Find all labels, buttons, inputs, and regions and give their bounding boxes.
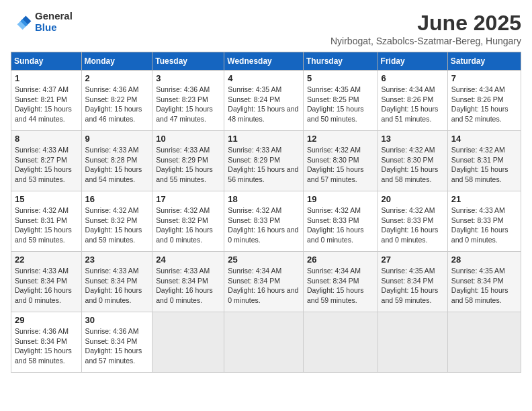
day-info: Sunrise: 4:32 AMSunset: 8:32 PMDaylight:… [85, 205, 149, 245]
calendar-cell: 11 Sunrise: 4:33 AMSunset: 8:29 PMDaylig… [224, 131, 304, 191]
calendar-cell: 25 Sunrise: 4:34 AMSunset: 8:34 PMDaylig… [224, 252, 304, 312]
day-info: Sunrise: 4:35 AMSunset: 8:24 PMDaylight:… [228, 85, 300, 124]
col-header-tuesday: Tuesday [152, 52, 224, 71]
day-number: 20 [382, 194, 444, 204]
day-number: 12 [307, 134, 374, 144]
day-number: 24 [156, 255, 220, 265]
day-number: 19 [307, 194, 374, 204]
day-number: 14 [451, 134, 517, 144]
day-info: Sunrise: 4:32 AMSunset: 8:31 PMDaylight:… [15, 205, 78, 245]
calendar-cell: 18 Sunrise: 4:32 AMSunset: 8:33 PMDaylig… [224, 191, 304, 252]
col-header-friday: Friday [378, 52, 447, 71]
col-header-thursday: Thursday [303, 52, 378, 71]
col-header-monday: Monday [81, 52, 152, 71]
col-header-sunday: Sunday [11, 52, 82, 71]
day-number: 30 [85, 315, 149, 325]
day-info: Sunrise: 4:36 AMSunset: 8:34 PMDaylight:… [85, 326, 149, 366]
calendar-cell: 10 Sunrise: 4:33 AMSunset: 8:29 PMDaylig… [152, 131, 224, 191]
day-number: 3 [156, 73, 220, 83]
calendar-cell: 19 Sunrise: 4:32 AMSunset: 8:33 PMDaylig… [303, 191, 378, 252]
day-info: Sunrise: 4:34 AMSunset: 8:34 PMDaylight:… [307, 266, 374, 306]
day-info: Sunrise: 4:32 AMSunset: 8:33 PMDaylight:… [228, 205, 300, 245]
day-info: Sunrise: 4:33 AMSunset: 8:34 PMDaylight:… [15, 266, 78, 306]
day-info: Sunrise: 4:33 AMSunset: 8:27 PMDaylight:… [15, 145, 78, 185]
day-info: Sunrise: 4:33 AMSunset: 8:34 PMDaylight:… [85, 266, 149, 306]
calendar-cell: 20 Sunrise: 4:32 AMSunset: 8:33 PMDaylig… [378, 191, 447, 252]
calendar-cell: 27 Sunrise: 4:35 AMSunset: 8:34 PMDaylig… [378, 252, 447, 312]
day-number: 6 [382, 73, 444, 83]
calendar-cell: 30 Sunrise: 4:36 AMSunset: 8:34 PMDaylig… [81, 312, 152, 373]
calendar-cell [378, 312, 447, 373]
main-title: June 2025 [330, 11, 521, 36]
calendar-cell: 14 Sunrise: 4:32 AMSunset: 8:31 PMDaylig… [447, 131, 521, 191]
day-info: Sunrise: 4:33 AMSunset: 8:28 PMDaylight:… [85, 145, 149, 185]
calendar-cell: 2 Sunrise: 4:36 AMSunset: 8:22 PMDayligh… [81, 71, 152, 131]
calendar-cell [152, 312, 224, 373]
calendar-cell: 13 Sunrise: 4:32 AMSunset: 8:30 PMDaylig… [378, 131, 447, 191]
day-number: 17 [156, 194, 220, 204]
week-row-5: 29 Sunrise: 4:36 AMSunset: 8:34 PMDaylig… [11, 312, 521, 373]
logo-blue: Blue [35, 22, 73, 34]
day-number: 22 [15, 255, 78, 265]
calendar-cell: 23 Sunrise: 4:33 AMSunset: 8:34 PMDaylig… [81, 252, 152, 312]
day-info: Sunrise: 4:33 AMSunset: 8:29 PMDaylight:… [228, 145, 300, 185]
calendar-cell: 3 Sunrise: 4:36 AMSunset: 8:23 PMDayligh… [152, 71, 224, 131]
day-info: Sunrise: 4:33 AMSunset: 8:33 PMDaylight:… [451, 205, 517, 245]
week-row-4: 22 Sunrise: 4:33 AMSunset: 8:34 PMDaylig… [11, 252, 521, 312]
day-number: 10 [156, 134, 220, 144]
day-number: 29 [15, 315, 78, 325]
calendar-cell [224, 312, 304, 373]
logo-text: General Blue [35, 11, 73, 33]
col-header-wednesday: Wednesday [224, 52, 304, 71]
calendar-cell: 1 Sunrise: 4:37 AMSunset: 8:21 PMDayligh… [11, 71, 82, 131]
week-row-3: 15 Sunrise: 4:32 AMSunset: 8:31 PMDaylig… [11, 191, 521, 252]
day-number: 4 [228, 73, 300, 83]
day-info: Sunrise: 4:34 AMSunset: 8:26 PMDaylight:… [451, 85, 517, 124]
day-info: Sunrise: 4:32 AMSunset: 8:30 PMDaylight:… [382, 145, 444, 185]
calendar-cell: 12 Sunrise: 4:32 AMSunset: 8:30 PMDaylig… [303, 131, 378, 191]
calendar-cell: 15 Sunrise: 4:32 AMSunset: 8:31 PMDaylig… [11, 191, 82, 252]
calendar-cell: 9 Sunrise: 4:33 AMSunset: 8:28 PMDayligh… [81, 131, 152, 191]
calendar-cell: 22 Sunrise: 4:33 AMSunset: 8:34 PMDaylig… [11, 252, 82, 312]
day-info: Sunrise: 4:32 AMSunset: 8:33 PMDaylight:… [307, 205, 374, 245]
logo-general: General [35, 11, 73, 22]
day-number: 28 [451, 255, 517, 265]
day-info: Sunrise: 4:32 AMSunset: 8:30 PMDaylight:… [307, 145, 374, 185]
day-number: 5 [307, 73, 374, 83]
day-number: 1 [15, 73, 78, 83]
calendar-cell: 4 Sunrise: 4:35 AMSunset: 8:24 PMDayligh… [224, 71, 304, 131]
day-number: 9 [85, 134, 149, 144]
calendar-cell: 24 Sunrise: 4:33 AMSunset: 8:34 PMDaylig… [152, 252, 224, 312]
calendar-cell: 29 Sunrise: 4:36 AMSunset: 8:34 PMDaylig… [11, 312, 82, 373]
calendar-cell [303, 312, 378, 373]
calendar-cell: 16 Sunrise: 4:32 AMSunset: 8:32 PMDaylig… [81, 191, 152, 252]
header-row: SundayMondayTuesdayWednesdayThursdayFrid… [11, 52, 521, 71]
day-number: 18 [228, 194, 300, 204]
day-number: 16 [85, 194, 149, 204]
day-info: Sunrise: 4:36 AMSunset: 8:23 PMDaylight:… [156, 85, 220, 124]
day-info: Sunrise: 4:33 AMSunset: 8:34 PMDaylight:… [156, 266, 220, 306]
day-info: Sunrise: 4:35 AMSunset: 8:34 PMDaylight:… [382, 266, 444, 306]
day-info: Sunrise: 4:37 AMSunset: 8:21 PMDaylight:… [15, 85, 78, 124]
day-number: 23 [85, 255, 149, 265]
header: General Blue June 2025 Nyirbogat, Szabol… [11, 11, 521, 46]
logo: General Blue [11, 11, 73, 33]
day-info: Sunrise: 4:32 AMSunset: 8:32 PMDaylight:… [156, 205, 220, 245]
subtitle: Nyirbogat, Szabolcs-Szatmar-Bereg, Hunga… [330, 36, 521, 46]
day-number: 8 [15, 134, 78, 144]
calendar-cell: 5 Sunrise: 4:35 AMSunset: 8:25 PMDayligh… [303, 71, 378, 131]
day-info: Sunrise: 4:33 AMSunset: 8:29 PMDaylight:… [156, 145, 220, 185]
calendar-table: SundayMondayTuesdayWednesdayThursdayFrid… [11, 52, 521, 373]
calendar-cell: 26 Sunrise: 4:34 AMSunset: 8:34 PMDaylig… [303, 252, 378, 312]
day-number: 26 [307, 255, 374, 265]
calendar-cell: 7 Sunrise: 4:34 AMSunset: 8:26 PMDayligh… [447, 71, 521, 131]
day-number: 15 [15, 194, 78, 204]
day-number: 25 [228, 255, 300, 265]
day-number: 7 [451, 73, 517, 83]
day-number: 11 [228, 134, 300, 144]
day-info: Sunrise: 4:34 AMSunset: 8:34 PMDaylight:… [228, 266, 300, 306]
day-number: 2 [85, 73, 149, 83]
day-info: Sunrise: 4:32 AMSunset: 8:31 PMDaylight:… [451, 145, 517, 185]
day-info: Sunrise: 4:34 AMSunset: 8:26 PMDaylight:… [382, 85, 444, 124]
calendar-cell: 28 Sunrise: 4:35 AMSunset: 8:34 PMDaylig… [447, 252, 521, 312]
